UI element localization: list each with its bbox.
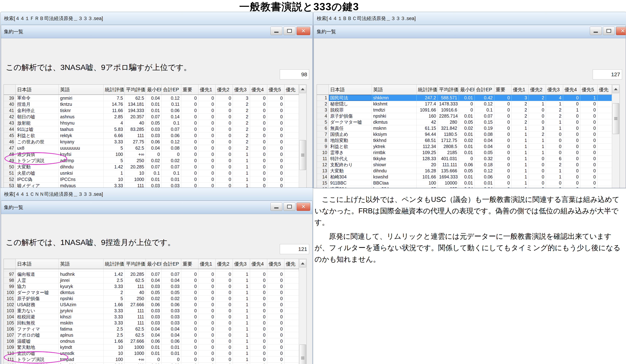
column-header[interactable]: 優先4 xyxy=(250,85,267,95)
minimize-button[interactable] xyxy=(271,202,282,211)
table-row[interactable]: 97偏向報道hudhnk1.4220.2850.070.07000100 xyxy=(4,271,299,277)
column-header[interactable]: 英語 xyxy=(59,85,103,95)
cnn-search-titlebar[interactable]: 検索[４４１ＣＮＮ司法経済原発＿３３３.sea] xyxy=(0,188,313,201)
column-header[interactable]: 優先3 xyxy=(546,85,563,95)
column-header[interactable]: 統計評価 xyxy=(416,85,437,95)
table-row[interactable]: 109驚天動地kytndt1010000.010.01000100 xyxy=(4,344,299,350)
table-row[interactable]: 10霊導きrimtbk109.2521850.010.05011000 xyxy=(317,150,612,156)
table-row[interactable]: 46この世あの世knyany3.3327.750.060.12000200 xyxy=(4,139,299,145)
table-row[interactable]: 45利益と欲rektyk6.661110.030.06000200 xyxy=(4,132,299,139)
table-row[interactable]: 2秘密隠しkkshmt177.41478.33300.12021100 xyxy=(317,101,612,107)
table-row[interactable]: 43放射能hhsynu4400.050.1000200 xyxy=(4,120,299,126)
column-header[interactable]: 英語 xyxy=(372,85,416,95)
table-row[interactable]: 40捏造月tkntzu14.76134.1810.010.11000200 xyxy=(4,101,299,107)
column-header[interactable]: 優先2 xyxy=(215,85,233,95)
column-header[interactable]: 最小EP xyxy=(459,85,474,95)
scroll-up-button[interactable] xyxy=(612,85,619,93)
table-row[interactable]: 12支配終わりshiowr20111.1110.060.18010200 xyxy=(317,162,612,168)
cnn-panel-titlebar[interactable]: 集約一覧 ✕ xyxy=(1,201,312,214)
column-header[interactable]: 合計EP xyxy=(161,259,181,269)
maximize-button[interactable] xyxy=(603,27,615,35)
table-row[interactable]: 7国債止めkksiym94.441180.50.010.08012000 xyxy=(317,131,612,137)
scrollbar-thumb[interactable] xyxy=(299,140,306,170)
table-row[interactable]: 1国民司法shkkmn247.2588.5710.010.42032401 xyxy=(317,95,612,101)
frb-panel-titlebar[interactable]: 集約一覧 ✕ xyxy=(1,25,312,38)
table-row[interactable]: 107アポロの嘘aplnus2.562.50.040.04000100 xyxy=(4,332,299,338)
table-row[interactable]: 44911は嘘taahus5.8383.2850.030.07000200 xyxy=(4,126,299,132)
column-header[interactable]: 優先 xyxy=(284,85,299,95)
close-button[interactable]: ✕ xyxy=(616,27,626,35)
table-row[interactable]: 102USA財務USAzim1.6627.6660.060.06000100 xyxy=(4,301,299,308)
column-header[interactable]: 重要 xyxy=(181,85,198,95)
vertical-scrollbar[interactable] xyxy=(612,85,620,188)
column-header[interactable]: 優先1 xyxy=(511,85,529,95)
table-row[interactable]: 104租税回避kihszi3.331110.030.03000100 xyxy=(4,314,299,320)
table-row[interactable]: 13大変動dihndu16.28135.6660.050.12010100 xyxy=(317,168,612,174)
column-header[interactable]: 優先2 xyxy=(215,259,233,269)
table-row[interactable]: 15911BBCBBCtaa100100000.010.01010000 xyxy=(317,180,612,186)
minimize-button[interactable] xyxy=(590,27,602,35)
minimize-button[interactable] xyxy=(271,27,282,35)
cnn-count-field[interactable]: 121 xyxy=(280,244,309,254)
table-row[interactable]: 39軍命令gnmiri7.562.50.040.12000300 xyxy=(4,95,299,101)
table-row[interactable]: 6無責任msknn61.15321.8420.020.19013100 xyxy=(317,125,612,131)
column-header[interactable]: 重要 xyxy=(494,85,511,95)
bbc-panel-titlebar[interactable]: 集約一覧 ✕ xyxy=(314,25,626,38)
column-header[interactable]: 日本語 xyxy=(329,85,372,95)
table-row[interactable]: 101原子炉損傷npshki52500.020.02000100 xyxy=(4,296,299,301)
table-row[interactable]: 100ダークマター嘘dkmtus2400.050.05000100 xyxy=(4,289,299,296)
column-header[interactable]: 優先 xyxy=(597,85,612,95)
column-header[interactable]: 統計評価 xyxy=(103,85,124,95)
column-header[interactable]: 最小EP xyxy=(146,85,161,95)
column-header[interactable]: 平均評価 xyxy=(124,85,146,95)
table-row[interactable]: 53嘘メディアmdyaus3.331110.030.03000100 xyxy=(4,183,299,188)
table-row[interactable]: 98人霊jinrei2.562.50.040.04000100 xyxy=(4,277,299,283)
table-row[interactable]: 105回転無視mskitn3.331110.030.03000100 xyxy=(4,320,299,326)
column-header[interactable]: 優先1 xyxy=(198,85,215,95)
table-row[interactable]: 14柏崎304kswshd101.661694.3330.010.0601010… xyxy=(317,174,612,180)
table-row[interactable]: 108温暖嘘ondnus1.6627.6660.060.06000100 xyxy=(4,338,299,344)
column-header[interactable]: 優先3 xyxy=(233,85,250,95)
table-row[interactable]: 41金利停止tisknr11.66194.3330.010.06000200 xyxy=(4,107,299,114)
table-row[interactable]: 5ダークマター嘘dkmtus422800.050.15020100 xyxy=(317,119,612,125)
table-row[interactable]: 106ファティマfatima2.562.50.040.04000100 xyxy=(4,326,299,332)
scrollbar-thumb[interactable] xyxy=(612,103,619,134)
table-row[interactable]: 11特許代えtkkyke128.33401.03100.32010600 xyxy=(317,156,612,162)
column-header[interactable]: 優先3 xyxy=(233,259,250,269)
maximize-button[interactable] xyxy=(283,202,295,211)
table-row[interactable]: 16連雲304lnyn304256250.040.04010000 xyxy=(317,186,612,188)
table-row[interactable]: 51火星の嘘usnksi1100.10.1000100 xyxy=(4,170,299,176)
scrollbar-thumb[interactable] xyxy=(299,344,306,364)
column-header[interactable]: 合計EP xyxy=(474,85,494,95)
column-header[interactable]: 優先5 xyxy=(580,85,597,95)
table-row[interactable]: 4原子炉損傷npshki1602285.7140.010.07020200 xyxy=(317,113,612,119)
column-header[interactable]: 英語 xyxy=(59,259,103,269)
vertical-scrollbar[interactable] xyxy=(299,259,307,364)
column-header[interactable]: 統計評価 xyxy=(103,259,124,269)
close-button[interactable]: ✕ xyxy=(297,27,310,35)
table-row[interactable]: 52IPCC偽IPCCns1010000.010.01000100 xyxy=(4,176,299,183)
maximize-button[interactable] xyxy=(283,27,295,35)
table-row[interactable]: 3脱税罪tmdtzi1091.6610916.600.1020210 xyxy=(317,107,612,113)
column-header[interactable]: 優先4 xyxy=(250,259,267,269)
column-header[interactable]: 日本語 xyxy=(16,259,59,269)
table-row[interactable]: 8地殻変動tkkhnd68.511712.750.020.04011000 xyxy=(317,137,612,143)
column-header[interactable]: 平均評価 xyxy=(437,85,459,95)
table-row[interactable]: 42朝日の嘘ashnus2.8520.3570.070.14000200 xyxy=(4,114,299,120)
frb-count-field[interactable]: 98 xyxy=(280,69,309,79)
close-button[interactable]: ✕ xyxy=(297,202,310,211)
column-header[interactable]: 重要 xyxy=(181,259,198,269)
table-row[interactable]: 99協力kyuryk3.331110.030.03000100 xyxy=(4,283,299,289)
vertical-scrollbar[interactable] xyxy=(299,85,307,188)
column-header[interactable]: 優先4 xyxy=(563,85,580,95)
table-row[interactable]: 47ux8uuuuuuuu562.50.040.08000200 xyxy=(4,145,299,151)
column-header[interactable]: 優先1 xyxy=(198,259,215,269)
table-row[interactable]: 9利益と欲yktrek112.342808.50.010.04011000 xyxy=(317,143,612,150)
table-row[interactable]: 50大変動dihndu1.4220.2850.070.07000100 xyxy=(4,164,299,170)
column-header[interactable]: 最小EP xyxy=(146,259,161,269)
table-row[interactable]: 103重力ないjyrykni3.331110.030.03000100 xyxy=(4,308,299,314)
column-header[interactable]: 優先 xyxy=(284,259,299,269)
bbc-count-field[interactable]: 127 xyxy=(593,69,622,79)
scroll-up-button[interactable] xyxy=(299,85,306,93)
column-header[interactable]: 優先5 xyxy=(267,85,284,95)
